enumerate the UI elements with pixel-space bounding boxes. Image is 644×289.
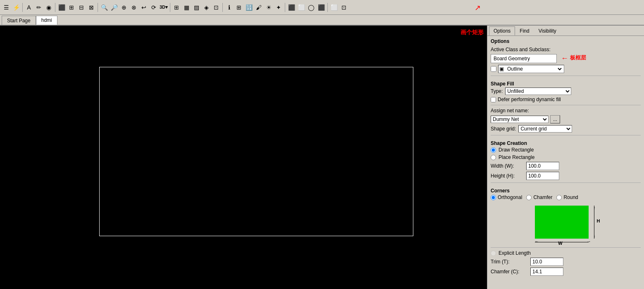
toolbar-icon-1[interactable]: ⚡ [12,3,21,12]
toolbar-icon-9[interactable]: ▦ [182,3,191,12]
toolbar-sep-1 [22,3,23,12]
width-input[interactable] [526,162,559,170]
right-panel: Options Find Visibility Options Active C… [487,26,644,289]
toolbar-icon-8[interactable]: ⊠ [87,3,96,12]
panel-tab-options[interactable]: Options [489,26,515,36]
width-label: Width (W): [491,163,524,169]
toolbar-icon-5[interactable]: ⬛ [57,3,66,12]
panel-tab-find[interactable]: Find [515,26,534,36]
toolbar-sep-6 [285,3,285,12]
round-option: Round [556,194,578,200]
toolbar-icon-11[interactable]: ◈ [202,3,211,12]
annotation-text: 板框层 [570,54,586,62]
draw-rect-radio[interactable] [491,147,496,153]
round-label: Round [563,194,578,200]
shape-grid-label: Shape grid: [491,126,516,132]
toolbar-icon-2[interactable]: A [24,3,33,12]
explicit-length-radio[interactable] [491,251,496,256]
divider-4 [491,182,641,183]
toolbar-icon-14[interactable]: 🔢 [244,3,253,12]
toolbar-3d[interactable]: 3D▾ [159,3,168,12]
toolbar-info[interactable]: ℹ [224,3,234,12]
toolbar-sparkle[interactable]: ✦ [274,3,283,12]
divider-2 [491,105,641,105]
place-rect-label: Place Rectangle [499,154,534,160]
annotation-arrow-icon: ← [561,54,568,63]
toolbar-grid[interactable]: ⊞ [172,3,181,12]
toolbar-icon-6[interactable]: ⊞ [67,3,76,12]
toolbar-icon-3[interactable]: ✏ [34,3,43,12]
type-label: Type: [491,88,503,94]
h-label: H [597,218,600,223]
toolbar-zoom-out[interactable]: 🔎 [110,3,119,12]
toolbar-zoom-next[interactable]: ⟳ [149,3,158,12]
toolbar-zoom-in[interactable]: 🔍 [100,3,109,12]
panel-tab-bar: Options Find Visibility [487,26,644,36]
toolbar-icon-13[interactable]: ⊞ [234,3,243,12]
chamfer-c-label: Chamfer (C): [491,269,528,275]
shape-grid-row: Shape grid: Current grid 1.00 2.54 [491,125,641,133]
main-toolbar: ☰ ⚡ A ✏ ◉ ⬛ ⊞ ⊟ ⊠ 🔍 🔎 ⊕ ⊗ ↩ ⟳ 3D▾ ⊞ ▦ ▨ … [0,0,644,15]
type-select[interactable]: Unfilled Static Solid Dynamic Copper [505,88,571,95]
toolbar-zoom-prev[interactable]: ↩ [139,3,148,12]
trim-input[interactable] [530,258,563,266]
trim-row: Trim (T): [491,258,641,266]
canvas-area[interactable]: 画个矩形 [0,26,487,289]
v-arrow-top: ↑ [594,206,596,210]
height-row: Height (H): [491,172,641,180]
panel-tab-visibility[interactable]: Visibility [534,26,561,36]
h-arrow-left: ← [535,239,539,244]
toolbar-sun[interactable]: ☀ [264,3,273,12]
orthogonal-option: Orthogonal [491,194,522,200]
toolbar-icon-16[interactable]: ⬛ [287,3,296,12]
toolbar-icon-20[interactable]: ⬜ [329,3,339,12]
active-class-row: Board Geometry ← 板框层 [491,54,641,63]
toolbar-sep-3 [98,3,98,12]
net-name-select[interactable]: Dummy Net (No Net) [491,116,549,123]
chamfer-radio[interactable] [526,195,532,200]
explicit-length-label: Explicit Length [499,250,531,256]
type-row: Type: Unfilled Static Solid Dynamic Copp… [491,88,641,95]
toolbar-icon-17[interactable]: ⬜ [297,3,306,12]
tab-start-page[interactable]: Start Page [2,16,36,25]
height-input[interactable] [526,172,559,180]
subclass-select[interactable]: Outline Assembly_Top Assembly_Bottom Dim… [506,66,563,72]
subclass-checkbox[interactable] [491,66,496,72]
defer-row: Defer performing dynamic fill [491,97,641,102]
canvas-label: 画个矩形 [460,29,484,36]
toolbar-sep-5 [222,3,223,12]
divider-5 [491,247,641,248]
toolbar-icon-4[interactable]: ◉ [44,3,53,12]
toolbar-sep-2 [55,3,55,12]
chamfer-c-input[interactable] [530,268,563,276]
place-rect-radio[interactable] [491,155,496,160]
draw-rect-label: Draw Rectangle [499,147,534,153]
net-name-button[interactable]: ... [550,115,560,123]
toolbar-icon-18[interactable]: ◯ [307,3,316,12]
toolbar-icon-0[interactable]: ☰ [2,3,11,12]
subclass-row: ▣ Outline Assembly_Top Assembly_Bottom D… [491,65,641,73]
subclass-dropdown-wrapper[interactable]: ▣ Outline Assembly_Top Assembly_Bottom D… [498,65,564,73]
width-row: Width (W): [491,162,641,170]
toolbar-zoom-fit[interactable]: ⊕ [119,3,129,12]
toolbar-icon-21[interactable]: ⊡ [339,3,348,12]
round-radio[interactable] [556,195,562,200]
shape-grid-select[interactable]: Current grid 1.00 2.54 [518,125,572,133]
toolbar-arrow-annotation: ↗ [475,3,481,12]
defer-checkbox[interactable] [491,97,496,102]
toolbar-icon-10[interactable]: ▨ [192,3,201,12]
corners-title: Corners [491,185,641,194]
divider-1 [491,76,641,76]
shape-creation-title: Shape Creation [491,138,641,147]
toolbar-zoom-box[interactable]: ⊗ [129,3,138,12]
w-label: W [558,241,562,246]
tab-hdmi[interactable]: hdmi [36,16,57,25]
orthogonal-radio[interactable] [491,195,496,200]
orthogonal-label: Orthogonal [498,194,522,200]
options-title: Options [487,36,644,45]
toolbar-icon-7[interactable]: ⊟ [77,3,86,12]
h-arrow-right: → [587,239,591,244]
toolbar-icon-12[interactable]: ⊡ [212,3,221,12]
toolbar-icon-15[interactable]: 🖌 [254,3,263,12]
toolbar-icon-19[interactable]: ⬛ [317,3,326,12]
